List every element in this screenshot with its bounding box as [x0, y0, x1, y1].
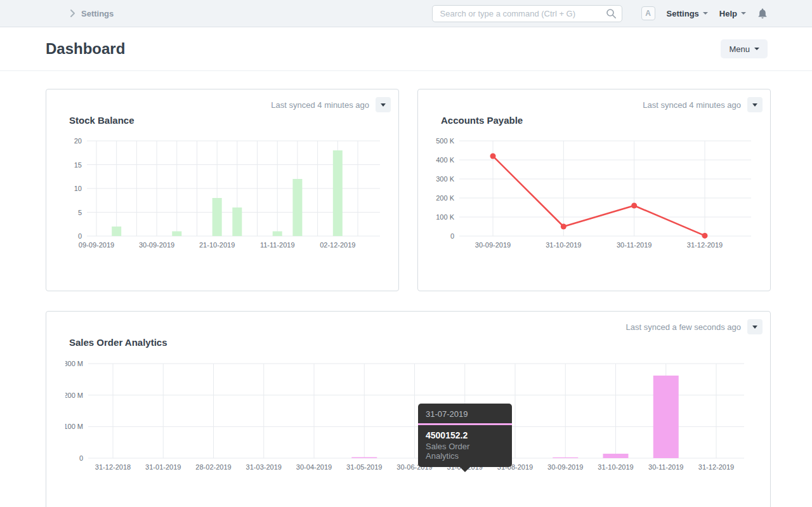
menu-button-label: Menu: [729, 44, 750, 54]
settings-menu[interactable]: Settings: [667, 9, 708, 18]
svg-text:09-09-2019: 09-09-2019: [79, 241, 114, 249]
svg-text:31-10-2019: 31-10-2019: [598, 463, 633, 471]
last-synced-text: Last synced 4 minutes ago: [271, 100, 369, 110]
svg-text:10: 10: [74, 185, 82, 192]
svg-text:30-11-2019: 30-11-2019: [648, 463, 683, 471]
svg-text:21-10-2019: 21-10-2019: [199, 241, 235, 249]
card-menu-button[interactable]: [747, 97, 763, 112]
svg-text:31-10-2019: 31-10-2019: [546, 241, 581, 249]
sales-order-analytics-card: Last synced a few seconds ago Sales Orde…: [46, 311, 771, 507]
svg-text:30-11-2019: 30-11-2019: [617, 241, 652, 249]
accounts-payable-chart[interactable]: 0100 K200 K300 K400 K500 K30-09-201931-1…: [436, 134, 769, 254]
chevron-down-icon: [381, 103, 386, 107]
chevron-down-icon: [703, 12, 708, 15]
accounts-payable-card: Last synced 4 minutes ago Accounts Payab…: [417, 89, 771, 291]
svg-text:30-04-2019: 30-04-2019: [296, 463, 332, 471]
tooltip-series: Sales Order Analytics: [418, 440, 512, 467]
chart-tooltip: 31-07-2019 4500152.2 Sales Order Analyti…: [418, 404, 512, 467]
svg-text:400 K: 400 K: [436, 156, 454, 164]
svg-text:500 K: 500 K: [436, 137, 454, 145]
card-sync-row: Last synced 4 minutes ago: [643, 97, 763, 112]
chevron-down-icon: [754, 48, 759, 50]
svg-text:31-01-2019: 31-01-2019: [145, 463, 181, 471]
search-icon: [606, 8, 617, 22]
page-header: Dashboard Menu: [0, 27, 812, 71]
card-sync-row: Last synced a few seconds ago: [626, 319, 763, 334]
card-sync-row: Last synced 4 minutes ago: [271, 97, 391, 112]
last-synced-text: Last synced 4 minutes ago: [643, 100, 741, 110]
breadcrumb-settings-link[interactable]: Settings: [81, 9, 114, 18]
svg-text:300 K: 300 K: [436, 175, 454, 183]
svg-text:02-12-2019: 02-12-2019: [320, 241, 355, 249]
chart-title: Sales Order Analytics: [69, 337, 167, 348]
dashboard-content: Last synced 4 minutes ago Stock Balance …: [0, 71, 812, 507]
chart-title: Stock Balance: [69, 115, 134, 126]
svg-text:11-11-2019: 11-11-2019: [260, 241, 295, 249]
svg-text:31-12-2018: 31-12-2018: [95, 463, 131, 471]
tooltip-value: 4500152.2: [418, 425, 512, 440]
breadcrumb: Settings: [70, 9, 114, 18]
svg-text:5: 5: [78, 209, 82, 216]
menu-button[interactable]: Menu: [721, 39, 768, 58]
svg-text:31-12-2019: 31-12-2019: [687, 241, 723, 249]
cards-row: Last synced 4 minutes ago Stock Balance …: [46, 89, 771, 291]
global-search: [432, 5, 622, 22]
card-menu-button[interactable]: [376, 97, 391, 112]
help-menu[interactable]: Help: [719, 9, 746, 18]
help-menu-label: Help: [719, 9, 737, 18]
svg-text:30-09-2019: 30-09-2019: [475, 241, 511, 249]
svg-text:0: 0: [79, 454, 83, 462]
tooltip-date: 31-07-2019: [418, 404, 512, 423]
settings-menu-label: Settings: [667, 9, 699, 18]
page-title: Dashboard: [46, 40, 125, 58]
svg-text:300 M: 300 M: [65, 360, 83, 367]
stock-balance-card: Last synced 4 minutes ago Stock Balance …: [46, 89, 399, 291]
svg-text:28-02-2019: 28-02-2019: [195, 463, 231, 471]
last-synced-text: Last synced a few seconds ago: [626, 322, 741, 332]
chevron-down-icon: [752, 103, 757, 107]
chevron-down-icon: [741, 12, 746, 15]
avatar[interactable]: A: [641, 6, 655, 20]
svg-text:15: 15: [74, 161, 82, 169]
svg-text:100 K: 100 K: [436, 213, 454, 221]
svg-text:31-12-2019: 31-12-2019: [698, 463, 734, 471]
avatar-letter: A: [645, 9, 651, 18]
navbar: Settings A Settings Help: [0, 0, 812, 27]
sales-order-analytics-chart[interactable]: 0100 M200 M300 M31-12-201831-01-201928-0…: [65, 351, 763, 478]
chevron-down-icon: [752, 326, 757, 329]
svg-text:200 K: 200 K: [436, 194, 454, 202]
chart-title: Accounts Payable: [441, 115, 523, 126]
notifications-bell-icon[interactable]: [757, 8, 768, 19]
search-input[interactable]: [432, 5, 622, 22]
svg-text:200 M: 200 M: [65, 392, 83, 399]
breadcrumb-chevron-icon: [70, 9, 75, 18]
svg-text:30-09-2019: 30-09-2019: [139, 241, 174, 249]
svg-text:0: 0: [450, 232, 454, 240]
svg-text:20: 20: [74, 137, 82, 145]
navbar-right: A Settings Help: [641, 6, 768, 20]
stock-balance-chart[interactable]: 0510152009-09-201930-09-201921-10-201911…: [64, 134, 397, 254]
card-menu-button[interactable]: [747, 319, 763, 334]
svg-text:0: 0: [78, 232, 82, 240]
svg-text:31-05-2019: 31-05-2019: [346, 463, 382, 471]
svg-text:31-03-2019: 31-03-2019: [246, 463, 282, 471]
svg-text:100 M: 100 M: [65, 423, 83, 430]
svg-text:30-09-2019: 30-09-2019: [547, 463, 583, 471]
tooltip-pointer-icon: [460, 467, 470, 472]
